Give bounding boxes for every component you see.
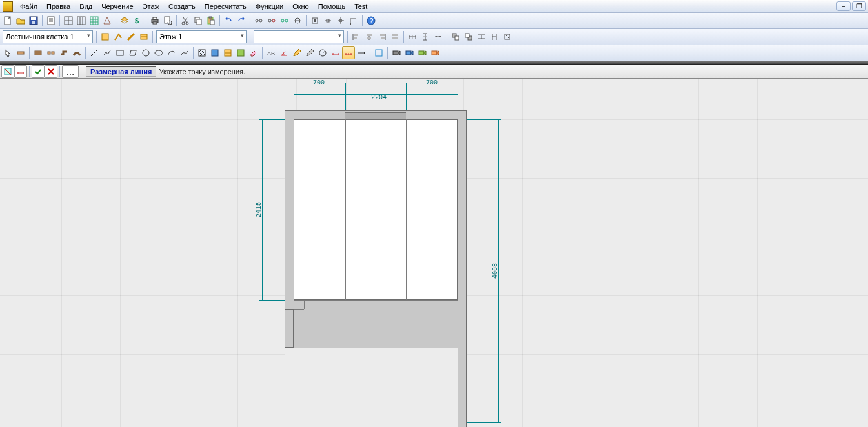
new-file-icon[interactable] bbox=[1, 14, 14, 27]
menu-file[interactable]: Файл bbox=[15, 0, 42, 12]
arrange-e-icon[interactable] bbox=[501, 30, 514, 43]
wall-tool-b-icon[interactable] bbox=[32, 46, 45, 59]
grid-c-icon[interactable] bbox=[88, 14, 101, 27]
layer-opt-b-icon[interactable] bbox=[112, 30, 125, 43]
paste-icon[interactable] bbox=[205, 14, 217, 27]
arrange-b-icon[interactable] bbox=[462, 30, 475, 43]
text-tool-icon[interactable]: AB bbox=[265, 46, 278, 59]
menu-floor[interactable]: Этаж bbox=[138, 0, 164, 12]
menu-window[interactable]: Окно bbox=[288, 0, 314, 12]
layer-combo[interactable]: Лестничная клетка 1 bbox=[3, 30, 93, 43]
ellipse-tool-icon[interactable] bbox=[152, 46, 165, 59]
fill2-tool-icon[interactable] bbox=[234, 46, 247, 59]
window-restore-icon[interactable]: ❐ bbox=[852, 1, 866, 11]
link-d-icon[interactable] bbox=[291, 14, 304, 27]
hatch-tool-icon[interactable] bbox=[196, 46, 208, 59]
layers-icon[interactable] bbox=[118, 14, 131, 27]
hint-confirm-icon[interactable] bbox=[32, 65, 45, 78]
hint-opt-a-icon[interactable] bbox=[1, 65, 14, 78]
money-icon[interactable]: $ bbox=[131, 14, 144, 27]
grid-d-icon[interactable] bbox=[101, 14, 114, 27]
angle-tool-icon[interactable] bbox=[278, 46, 290, 59]
copy-icon[interactable] bbox=[192, 14, 205, 27]
select-icon[interactable] bbox=[1, 46, 14, 59]
menu-functions[interactable]: Функции bbox=[251, 0, 288, 12]
wall-tool-c-icon[interactable] bbox=[45, 46, 57, 59]
undo-icon[interactable] bbox=[222, 14, 235, 27]
wall-tool-e-icon[interactable] bbox=[70, 46, 83, 59]
hint-opt-b-icon[interactable] bbox=[14, 65, 27, 78]
spline-tool-icon[interactable] bbox=[178, 46, 191, 59]
window-minimize-icon[interactable]: – bbox=[836, 1, 851, 11]
rect-tool-icon[interactable] bbox=[114, 46, 126, 59]
dim-tool-a-icon[interactable] bbox=[329, 46, 342, 59]
camera-b-icon[interactable] bbox=[403, 46, 416, 59]
print-preview-icon[interactable] bbox=[161, 14, 174, 27]
dim-top-right-tick-l bbox=[406, 83, 407, 110]
arc-tool-icon[interactable] bbox=[165, 46, 178, 59]
dim-tool-c-icon[interactable] bbox=[355, 46, 368, 59]
circle-dim-icon[interactable] bbox=[316, 46, 329, 59]
dist-a-icon[interactable] bbox=[406, 30, 419, 43]
menu-recalc[interactable]: Пересчитать bbox=[200, 0, 251, 12]
link-b-icon[interactable] bbox=[265, 14, 278, 27]
grid-a-icon[interactable] bbox=[62, 14, 75, 27]
fill-tool-icon[interactable] bbox=[208, 46, 221, 59]
menu-view[interactable]: Вид bbox=[75, 0, 97, 12]
line-tool-icon[interactable] bbox=[88, 46, 101, 59]
circle-tool-icon[interactable] bbox=[139, 46, 152, 59]
align-right-icon[interactable] bbox=[376, 30, 389, 43]
layer-opt-c-icon[interactable] bbox=[125, 30, 137, 43]
camera-c-icon[interactable] bbox=[416, 46, 429, 59]
empty-combo[interactable] bbox=[254, 30, 344, 43]
redo-icon[interactable] bbox=[235, 14, 248, 27]
snap-c-icon[interactable] bbox=[334, 14, 347, 27]
layer-opt-d-icon[interactable] bbox=[137, 30, 150, 43]
properties-icon[interactable] bbox=[45, 14, 57, 27]
menu-draw[interactable]: Черчение bbox=[97, 0, 138, 12]
svg-rect-99 bbox=[117, 50, 123, 55]
drawing-canvas[interactable]: 2204 700 700 2415 4068 bbox=[0, 79, 868, 427]
snap-a-icon[interactable] bbox=[308, 14, 321, 27]
menu-create[interactable]: Создать bbox=[164, 0, 200, 12]
dim-tool-b-icon[interactable] bbox=[342, 46, 355, 59]
save-file-icon[interactable] bbox=[27, 14, 40, 27]
para-tool-icon[interactable] bbox=[126, 46, 139, 59]
wall-tool-d-icon[interactable] bbox=[57, 46, 70, 59]
open-file-icon[interactable] bbox=[14, 14, 27, 27]
hatch2-tool-icon[interactable] bbox=[221, 46, 234, 59]
erase-tool-icon[interactable] bbox=[247, 46, 260, 59]
dist-b-icon[interactable] bbox=[419, 30, 432, 43]
hint-more-icon[interactable]: … bbox=[62, 65, 79, 78]
menu-help[interactable]: Помощь bbox=[314, 0, 350, 12]
link-c-icon[interactable] bbox=[278, 14, 291, 27]
floor-combo[interactable]: Этаж 1 bbox=[156, 30, 247, 43]
arrange-a-icon[interactable] bbox=[449, 30, 462, 43]
camera-a-icon[interactable] bbox=[390, 46, 403, 59]
hint-cancel-icon[interactable] bbox=[45, 65, 57, 78]
grid-b-icon[interactable] bbox=[75, 14, 88, 27]
align-center-icon[interactable] bbox=[363, 30, 376, 43]
help-icon[interactable]: ? bbox=[365, 14, 378, 27]
align-left-icon[interactable] bbox=[350, 30, 363, 43]
snap-b-icon[interactable] bbox=[321, 14, 334, 27]
align-just-icon[interactable] bbox=[389, 30, 401, 43]
view-a-icon[interactable] bbox=[372, 46, 385, 59]
arrange-c-icon[interactable] bbox=[475, 30, 488, 43]
pencil-b-icon[interactable] bbox=[303, 46, 316, 59]
wall-tool-a-icon[interactable] bbox=[14, 46, 27, 59]
pencil-a-icon[interactable] bbox=[290, 46, 303, 59]
dist-c-icon[interactable] bbox=[432, 30, 445, 43]
print-icon[interactable] bbox=[148, 14, 161, 27]
arrange-d-icon[interactable] bbox=[488, 30, 501, 43]
camera-d-icon[interactable] bbox=[429, 46, 441, 59]
pline-tool-icon[interactable] bbox=[101, 46, 114, 59]
snap-d-icon[interactable] bbox=[347, 14, 360, 27]
layer-opt-a-icon[interactable] bbox=[99, 30, 112, 43]
app-icon bbox=[3, 1, 13, 12]
link-a-icon[interactable] bbox=[252, 14, 265, 27]
plan-step-line bbox=[294, 309, 304, 310]
menu-edit[interactable]: Правка bbox=[42, 0, 75, 12]
menu-test[interactable]: Test bbox=[350, 0, 372, 12]
cut-icon[interactable] bbox=[179, 14, 192, 27]
